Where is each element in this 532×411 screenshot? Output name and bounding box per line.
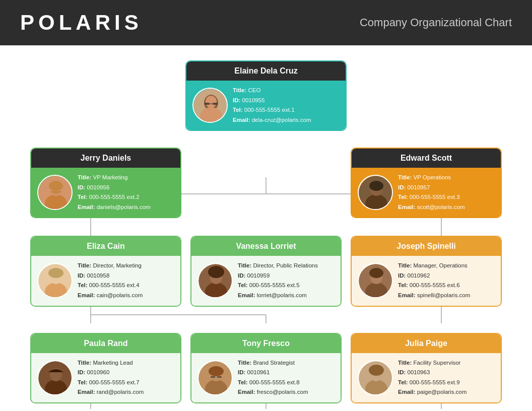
svg-point-26: [369, 181, 383, 191]
card-julia-body: Title: Facility Supervisor ID: 0010963 T…: [352, 353, 501, 402]
svg-point-51: [369, 365, 384, 376]
vanessa-email: lorriet@polaris.com: [257, 292, 307, 298]
avatar-eliza: [37, 263, 73, 298]
vanessa-tel: 000-555-5555 ext.5: [249, 282, 300, 288]
ceo-email-label: Email:: [233, 117, 252, 123]
svg-rect-46: [211, 376, 215, 378]
eliza-tel: 000-555-5555 ext.4: [89, 282, 140, 288]
card-julia-info: Title: Facility Supervisor ID: 0010963 T…: [398, 358, 467, 397]
edward-title: VP Operations: [413, 174, 451, 180]
card-edward-info: Title: VP Operations ID: 0010957 Tel: 00…: [398, 173, 464, 212]
avatar-ceo: [192, 88, 228, 123]
page-header: POLARIS Company Organizational Chart: [0, 0, 532, 45]
card-paula: Paula Rand Title: Marketing Lead ID: 001…: [30, 333, 181, 403]
avatar-vanessa: [197, 263, 233, 298]
joseph-tel: 000-555-5555 ext.6: [410, 282, 460, 288]
ceo-id: 0010955: [242, 97, 265, 103]
svg-point-30: [48, 268, 63, 278]
card-vanessa-header: Vanessa Lorriet: [191, 237, 341, 256]
julia-id: 0010963: [408, 369, 430, 375]
card-vanessa-info: Title: Director, Public Relations ID: 00…: [238, 261, 318, 300]
card-edward-body: Title: VP Operations ID: 0010957 Tel: 00…: [352, 168, 501, 217]
card-vanessa: Vanessa Lorriet Title: Director, Public …: [190, 236, 342, 306]
row-lead: Paula Rand Title: Marketing Lead ID: 001…: [15, 333, 517, 403]
card-tony-info: Title: Brand Strategist ID: 0010961 Tel:…: [238, 358, 308, 397]
paula-tel: 000-555-5555 ext.7: [89, 379, 140, 385]
company-logo: POLARIS: [20, 11, 143, 35]
chart-area: Elaine Dela Cruz Title: CEO: [0, 45, 532, 411]
card-jerry-info: Title: VP Marketing ID: 0010956 Tel: 000…: [78, 173, 151, 212]
card-jerry: Jerry Daniels Title: VP Marketing ID: 00…: [30, 148, 181, 218]
row-ceo: Elaine Dela Cruz Title: CEO: [15, 55, 517, 131]
vanessa-title: Director, Public Relations: [253, 262, 317, 268]
tony-tel: 000-555-5555 ext.8: [249, 379, 300, 385]
avatar-edward: [358, 175, 393, 210]
card-ceo: Elaine Dela Cruz Title: CEO: [185, 60, 347, 131]
paula-id: 0010960: [87, 369, 110, 375]
ceo-title: CEO: [248, 87, 260, 93]
card-eliza-info: Title: Director, Marketing ID: 0010958 T…: [78, 261, 143, 300]
svg-point-38: [369, 268, 383, 278]
vanessa-id: 0010959: [247, 272, 270, 279]
row-director: Eliza Cain Title: Director, Marketing ID…: [15, 236, 517, 306]
ceo-tel-label: Tel:: [233, 107, 244, 113]
avatar-tony: [197, 360, 233, 395]
jerry-tel: 000-555-5555 ext.2: [89, 194, 140, 200]
julia-email: paige@polaris.com: [417, 389, 467, 395]
card-jerry-header: Jerry Daniels: [31, 149, 180, 168]
ceo-email: dela-cruz@polaris.com: [252, 117, 311, 123]
svg-point-3: [206, 96, 217, 108]
card-jerry-body: Title: VP Marketing ID: 0010956 Tel: 000…: [31, 168, 180, 217]
card-ceo-info: Title: CEO ID: 0010955 Tel: 000-555-5555…: [233, 86, 311, 125]
avatar-joseph: [358, 263, 393, 298]
tony-title: Brand Strategist: [253, 360, 294, 366]
edward-tel: 000-555-5555 ext.3: [410, 194, 460, 200]
avatar-paula: [37, 360, 73, 395]
card-julia-header: Julia Paige: [352, 334, 501, 353]
card-joseph: Joseph Spinelli Title: Manager, Operatio…: [351, 236, 502, 306]
edward-email: scott@polaris.com: [417, 204, 465, 210]
jerry-id: 0010956: [87, 184, 110, 190]
card-edward-header: Edward Scott: [352, 149, 501, 168]
svg-point-45: [209, 366, 224, 376]
joseph-title: Manager, Operations: [413, 262, 467, 268]
jerry-title: VP Marketing: [93, 174, 127, 180]
ceo-tel: 000-555-5555 ext.1: [244, 107, 295, 113]
card-joseph-info: Title: Manager, Operations ID: 0010962 T…: [398, 261, 470, 300]
paula-title: Marketing Lead: [93, 360, 132, 366]
ceo-title-label: Title:: [233, 87, 248, 93]
tony-email: fresco@polaris.com: [257, 389, 308, 395]
svg-rect-47: [217, 376, 222, 378]
svg-point-34: [208, 266, 224, 278]
card-vanessa-body: Title: Director, Public Relations ID: 00…: [191, 256, 341, 305]
card-paula-header: Paula Rand: [31, 334, 180, 353]
card-paula-info: Title: Marketing Lead ID: 0010960 Tel: 0…: [78, 358, 144, 397]
svg-point-22: [49, 181, 63, 191]
card-julia: Julia Paige Title: Facility Supervisor I…: [351, 333, 502, 403]
avatar-jerry: [37, 175, 73, 210]
avatar-julia: [358, 360, 393, 395]
page-title: Company Organizational Chart: [360, 16, 512, 29]
julia-tel: 000-555-5555 ext.9: [410, 379, 460, 385]
julia-title: Facility Supervisor: [413, 360, 460, 366]
card-tony-header: Tony Fresco: [191, 334, 341, 353]
eliza-id: 0010958: [87, 272, 110, 279]
joseph-email: spinelli@polaris.com: [417, 292, 471, 298]
ceo-id-label: ID:: [233, 97, 242, 103]
row-vp: Jerry Daniels Title: VP Marketing ID: 00…: [15, 148, 517, 218]
card-joseph-header: Joseph Spinelli: [352, 237, 501, 256]
card-tony-body: Title: Brand Strategist ID: 0010961 Tel:…: [191, 353, 341, 402]
eliza-email: cain@polaris.com: [97, 292, 143, 298]
card-eliza-header: Eliza Cain: [31, 237, 180, 256]
joseph-id: 0010962: [408, 272, 430, 279]
svg-rect-4: [205, 103, 210, 105]
paula-email: rand@polaris.com: [97, 389, 144, 395]
card-eliza-body: Title: Director, Marketing ID: 0010958 T…: [31, 256, 180, 305]
card-eliza: Eliza Cain Title: Director, Marketing ID…: [30, 236, 181, 306]
card-ceo-body: Title: CEO ID: 0010955 Tel: 000-555-5555…: [186, 81, 346, 130]
card-edward: Edward Scott Title: VP Operations ID: 00…: [351, 148, 502, 218]
card-paula-body: Title: Marketing Lead ID: 0010960 Tel: 0…: [31, 353, 180, 402]
card-joseph-body: Title: Manager, Operations ID: 0010962 T…: [352, 256, 501, 305]
eliza-title: Director, Marketing: [93, 262, 142, 268]
card-ceo-header: Elaine Dela Cruz: [186, 61, 346, 81]
